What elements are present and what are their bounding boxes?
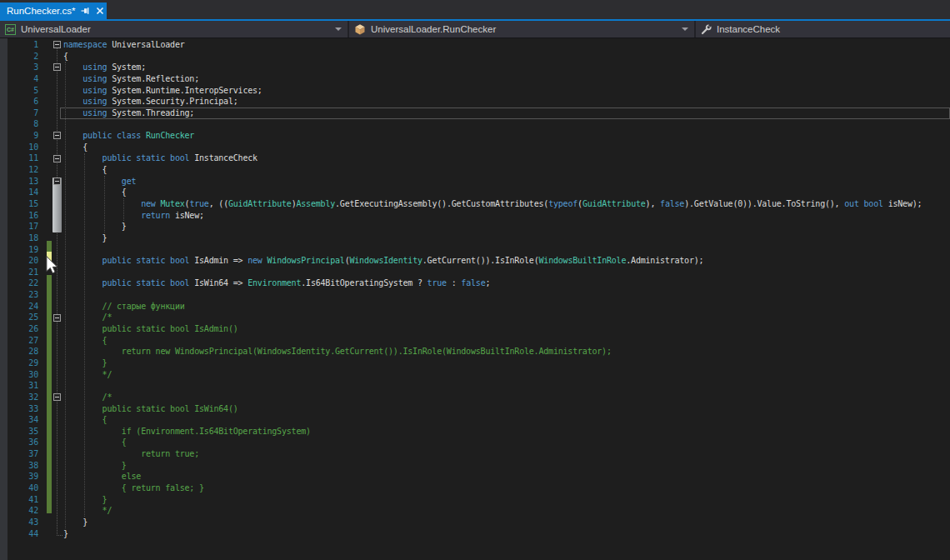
project-dropdown-label: UniversalLoader <box>21 24 91 34</box>
tab-runchecker[interactable]: RunChecker.cs* <box>0 2 107 19</box>
outline-region-hover-bar[interactable] <box>52 178 62 232</box>
project-dropdown[interactable]: C# UniversalLoader <box>0 21 348 38</box>
code-line-3[interactable]: using System; <box>0 62 950 73</box>
code-line-21[interactable] <box>0 267 950 278</box>
code-line-2[interactable]: { <box>0 51 950 62</box>
code-line-34[interactable]: { <box>0 414 950 426</box>
code-line-26[interactable]: public static bool IsAdmin() <box>0 323 950 335</box>
code-line-31[interactable] <box>0 380 950 392</box>
code-line-9[interactable]: public class RunChecker <box>0 130 950 142</box>
close-icon[interactable] <box>96 7 104 15</box>
code-editor[interactable]: 1234567891011121314151617181920212223242… <box>0 38 950 560</box>
csharp-file-icon: C# <box>5 24 16 35</box>
code-line-24[interactable]: // старые функции <box>0 301 950 312</box>
chevron-down-icon[interactable] <box>335 28 342 31</box>
code-line-28[interactable]: return new WindowsPrincipal(WindowsIdent… <box>0 346 950 358</box>
wrench-icon <box>701 24 712 35</box>
code-line-40[interactable]: { return false; } <box>0 482 950 494</box>
code-text-area[interactable]: namespace UniversalLoader{ using System;… <box>0 39 950 539</box>
code-line-16[interactable]: return isNew; <box>0 210 950 222</box>
code-line-38[interactable]: } <box>0 460 950 472</box>
navigation-bar: C# UniversalLoader UniversalLoader.RunCh… <box>0 21 950 38</box>
code-line-4[interactable]: using System.Reflection; <box>0 73 950 85</box>
vs-editor-window: RunChecker.cs* C# UniversalLoader Univer… <box>0 0 950 560</box>
fold-collapse-icon[interactable] <box>53 132 61 139</box>
code-line-44[interactable]: } <box>0 528 950 540</box>
code-line-22[interactable]: public static bool IsWin64 => Environmen… <box>0 278 950 289</box>
type-dropdown-label: UniversalLoader.RunChecker <box>371 24 496 34</box>
fold-collapse-icon[interactable] <box>53 393 61 401</box>
code-line-30[interactable]: */ <box>0 369 950 381</box>
code-line-42[interactable]: */ <box>0 505 950 517</box>
code-line-14[interactable]: { <box>0 187 950 198</box>
code-line-7[interactable]: using System.Threading; <box>0 108 950 119</box>
fold-collapse-icon[interactable] <box>53 63 61 71</box>
code-line-17[interactable]: } <box>0 221 950 232</box>
code-line-12[interactable]: { <box>0 164 950 176</box>
code-line-23[interactable] <box>0 289 950 301</box>
class-icon <box>354 24 366 35</box>
code-line-8[interactable] <box>0 118 950 130</box>
code-line-5[interactable]: using System.Runtime.InteropServices; <box>0 85 950 97</box>
mouse-cursor <box>45 256 58 274</box>
code-line-29[interactable]: } <box>0 358 950 369</box>
fold-collapse-icon[interactable] <box>53 155 61 162</box>
code-line-41[interactable]: } <box>0 494 950 506</box>
code-line-15[interactable]: new Mutex(true, ((GuidAttribute)Assembly… <box>0 198 950 210</box>
code-line-11[interactable]: public static bool InstanceCheck <box>0 152 950 164</box>
code-line-33[interactable]: public static bool IsWin64() <box>0 403 950 415</box>
tab-title: RunChecker.cs* <box>7 6 75 16</box>
code-line-39[interactable]: else <box>0 471 950 482</box>
type-dropdown[interactable]: UniversalLoader.RunChecker <box>349 21 694 38</box>
code-line-35[interactable]: if (Environment.Is64BitOperatingSystem) <box>0 426 950 438</box>
code-line-6[interactable]: using System.Security.Principal; <box>0 96 950 108</box>
code-line-37[interactable]: return true; <box>0 448 950 460</box>
tab-strip: RunChecker.cs* <box>0 0 950 21</box>
code-line-20[interactable]: public static bool IsAdmin => new Window… <box>0 255 950 267</box>
code-line-10[interactable]: { <box>0 142 950 153</box>
code-line-18[interactable]: } <box>0 232 950 244</box>
code-line-27[interactable]: { <box>0 335 950 347</box>
fold-collapse-icon[interactable] <box>53 41 61 48</box>
member-dropdown[interactable]: InstanceCheck <box>696 21 950 38</box>
pin-icon[interactable] <box>81 7 90 15</box>
code-line-1[interactable]: namespace UniversalLoader <box>0 39 950 51</box>
code-line-43[interactable]: } <box>0 517 950 528</box>
chevron-down-icon[interactable] <box>682 28 688 31</box>
code-line-19[interactable] <box>0 244 950 256</box>
fold-collapse-icon[interactable] <box>53 178 61 185</box>
code-line-25[interactable]: /* <box>0 312 950 323</box>
member-dropdown-label: InstanceCheck <box>717 24 780 34</box>
code-line-13[interactable]: get <box>0 176 950 188</box>
code-line-36[interactable]: { <box>0 437 950 448</box>
fold-collapse-icon[interactable] <box>53 314 61 322</box>
code-line-32[interactable]: /* <box>0 392 950 403</box>
